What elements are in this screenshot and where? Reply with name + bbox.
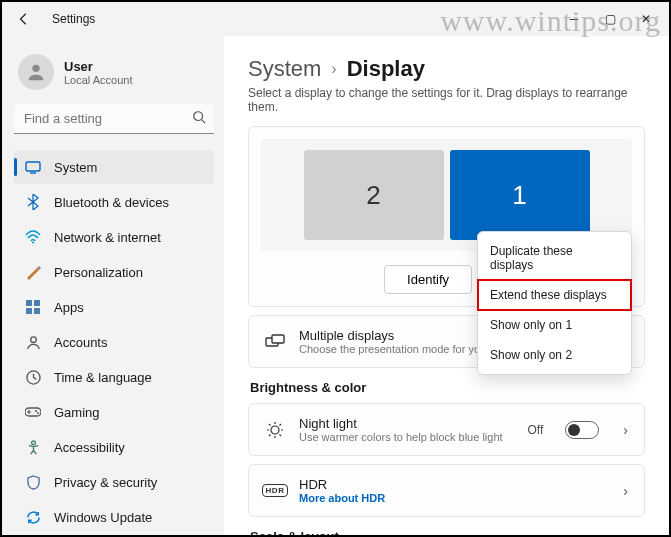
dropdown-duplicate[interactable]: Duplicate these displays xyxy=(478,236,631,280)
back-button[interactable] xyxy=(10,5,38,33)
svg-point-13 xyxy=(35,410,37,412)
nav-label: Windows Update xyxy=(54,510,152,525)
svg-rect-9 xyxy=(34,308,40,314)
night-light-toggle[interactable] xyxy=(565,421,599,439)
nav-item-windows-update[interactable]: Windows Update xyxy=(14,500,214,534)
nav-item-personalization[interactable]: Personalization xyxy=(14,255,214,289)
nav-item-accounts[interactable]: Accounts xyxy=(14,325,214,359)
nav-item-accessibility[interactable]: Accessibility xyxy=(14,430,214,464)
page-subtitle: Select a display to change the settings … xyxy=(248,86,645,114)
nav-item-time-language[interactable]: Time & language xyxy=(14,360,214,394)
nav-item-privacy[interactable]: Privacy & security xyxy=(14,465,214,499)
svg-rect-8 xyxy=(26,308,32,314)
gaming-icon xyxy=(24,403,42,421)
multiple-displays-icon xyxy=(265,332,285,352)
nav-item-system[interactable]: System xyxy=(14,150,214,184)
row-title: Night light xyxy=(299,416,514,431)
row-title: HDR xyxy=(299,477,609,492)
section-brightness-color: Brightness & color xyxy=(250,380,645,395)
maximize-button[interactable]: ▢ xyxy=(601,12,619,26)
bluetooth-icon xyxy=(24,193,42,211)
display-monitor-2[interactable]: 2 xyxy=(304,150,444,240)
system-icon xyxy=(24,158,42,176)
nav-label: Accessibility xyxy=(54,440,125,455)
hdr-row[interactable]: HDR HDR More about HDR › xyxy=(248,464,645,517)
row-subtitle: Use warmer colors to help block blue lig… xyxy=(299,431,514,443)
svg-point-10 xyxy=(30,336,36,342)
svg-point-5 xyxy=(32,242,34,244)
minimize-button[interactable]: ─ xyxy=(565,12,583,26)
sidebar: User Local Account System Bluetooth & de… xyxy=(2,36,224,535)
content-area: System › Display Select a display to cha… xyxy=(224,36,669,535)
breadcrumb-parent[interactable]: System xyxy=(248,56,321,82)
nav-item-apps[interactable]: Apps xyxy=(14,290,214,324)
accessibility-icon xyxy=(24,438,42,456)
user-block[interactable]: User Local Account xyxy=(14,46,214,104)
svg-point-0 xyxy=(32,65,39,72)
svg-rect-3 xyxy=(26,162,40,171)
breadcrumb: System › Display xyxy=(248,56,645,82)
svg-point-15 xyxy=(31,440,35,444)
svg-point-1 xyxy=(194,112,203,121)
close-button[interactable]: ✕ xyxy=(637,12,655,26)
chevron-right-icon: › xyxy=(623,422,628,438)
display-monitor-1[interactable]: 1 xyxy=(450,150,590,240)
nav-label: Apps xyxy=(54,300,84,315)
display-mode-dropdown: Duplicate these displays Extend these di… xyxy=(477,231,632,375)
nav-label: Time & language xyxy=(54,370,152,385)
display-arrangement-card: 2 1 Identify Duplicate these displays Ex… xyxy=(248,126,645,307)
nav-label: Accounts xyxy=(54,335,107,350)
window-title: Settings xyxy=(52,12,95,26)
chevron-right-icon: › xyxy=(331,60,336,78)
personalization-icon xyxy=(24,263,42,281)
update-icon xyxy=(24,508,42,526)
apps-icon xyxy=(24,298,42,316)
titlebar: Settings ─ ▢ ✕ xyxy=(2,2,669,36)
dropdown-only-2[interactable]: Show only on 2 xyxy=(478,340,631,370)
nav-label: Network & internet xyxy=(54,230,161,245)
nav-list: System Bluetooth & devices Network & int… xyxy=(14,150,214,534)
night-light-row[interactable]: Night light Use warmer colors to help bl… xyxy=(248,403,645,456)
nav-item-gaming[interactable]: Gaming xyxy=(14,395,214,429)
svg-point-14 xyxy=(37,412,39,414)
svg-rect-6 xyxy=(26,300,32,306)
nav-label: Privacy & security xyxy=(54,475,157,490)
nav-label: Personalization xyxy=(54,265,143,280)
user-name: User xyxy=(64,59,133,74)
hdr-icon: HDR xyxy=(265,481,285,501)
nav-item-bluetooth[interactable]: Bluetooth & devices xyxy=(14,185,214,219)
clock-icon xyxy=(24,368,42,386)
nav-label: System xyxy=(54,160,97,175)
svg-point-18 xyxy=(271,426,279,434)
accounts-icon xyxy=(24,333,42,351)
search-input[interactable] xyxy=(14,104,214,134)
breadcrumb-current: Display xyxy=(347,56,425,82)
nav-label: Bluetooth & devices xyxy=(54,195,169,210)
identify-button[interactable]: Identify xyxy=(384,265,472,294)
shield-icon xyxy=(24,473,42,491)
svg-line-2 xyxy=(202,120,206,124)
chevron-right-icon: › xyxy=(623,483,628,499)
nav-label: Gaming xyxy=(54,405,100,420)
svg-rect-7 xyxy=(34,300,40,306)
network-icon xyxy=(24,228,42,246)
user-subtitle: Local Account xyxy=(64,74,133,86)
avatar xyxy=(18,54,54,90)
dropdown-only-1[interactable]: Show only on 1 xyxy=(478,310,631,340)
hdr-more-link[interactable]: More about HDR xyxy=(299,492,609,504)
dropdown-extend[interactable]: Extend these displays xyxy=(478,280,631,310)
night-light-icon xyxy=(265,420,285,440)
svg-rect-17 xyxy=(272,335,284,343)
section-scale-layout: Scale & layout xyxy=(250,529,645,535)
nav-item-network[interactable]: Network & internet xyxy=(14,220,214,254)
night-light-value: Off xyxy=(528,423,544,437)
search-icon xyxy=(192,110,206,128)
